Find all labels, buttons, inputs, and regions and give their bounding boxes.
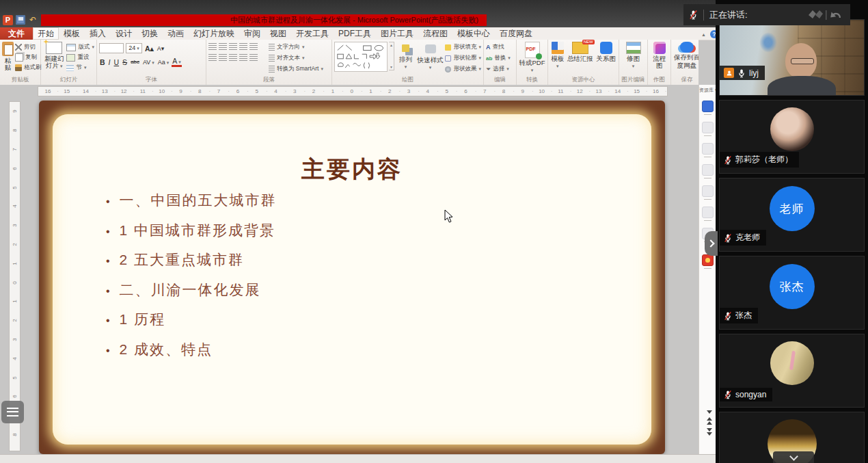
text-direction-button[interactable]: 文字方向 <box>269 43 323 51</box>
tab-开始[interactable]: 开始 <box>33 27 59 40</box>
powerpoint-logo[interactable]: P <box>3 15 13 25</box>
italic-button[interactable]: I <box>108 58 111 66</box>
resource-icon[interactable] <box>702 101 714 112</box>
collapse-ribbon-icon[interactable]: ▲ <box>700 31 707 38</box>
layout-button[interactable]: 版式 <box>66 43 94 51</box>
numbering-icon[interactable] <box>219 43 227 50</box>
select-button[interactable]: ⏷选择 <box>486 65 511 73</box>
new-slide-button[interactable]: 新建幻灯片 <box>43 42 65 70</box>
copy-button[interactable]: 复制 <box>15 53 42 62</box>
previous-slide-button[interactable] <box>707 417 712 425</box>
underline-button[interactable]: U <box>113 58 120 66</box>
tab-文件[interactable]: 文件 <box>0 27 33 40</box>
participant-tile-zhangjie[interactable]: 张杰 张杰 <box>719 256 865 330</box>
sidebar-collapse-button[interactable] <box>705 231 718 256</box>
flowchart-button[interactable]: 流程图 <box>650 42 668 70</box>
bullet-dot: • <box>106 285 111 297</box>
undo-icon[interactable] <box>28 15 38 25</box>
font-name-box[interactable] <box>99 43 124 53</box>
collapse-participants-button[interactable] <box>773 451 814 463</box>
align-text-button[interactable]: 对齐文本 <box>269 54 323 62</box>
relation-diagram-button[interactable]: 关系图 <box>596 42 616 62</box>
tab-流程图[interactable]: 流程图 <box>418 27 452 40</box>
ruler-tick: 2 <box>380 87 399 96</box>
tab-模板[interactable]: 模板 <box>59 27 85 40</box>
resource-icon[interactable] <box>702 185 714 197</box>
section-icon <box>66 65 74 71</box>
shape-fill-button[interactable]: 形状填充 <box>445 43 481 51</box>
resource-icon[interactable] <box>702 122 714 133</box>
change-case-button[interactable]: Aa <box>157 59 169 66</box>
bold-button[interactable]: B <box>99 58 106 66</box>
format-painter-button[interactable]: 格式刷 <box>15 64 42 72</box>
participant-tile-6[interactable] <box>719 412 865 463</box>
template-button[interactable]: 模板 <box>551 42 564 69</box>
tab-视图[interactable]: 视图 <box>265 27 291 40</box>
shape-gallery[interactable] <box>334 42 388 72</box>
tab-百度网盘[interactable]: 百度网盘 <box>495 27 537 40</box>
convert-smartart-button[interactable]: 转换为 SmartArt <box>269 65 323 73</box>
vertical-ruler[interactable]: 9876543210123456789 <box>9 101 21 451</box>
line-spacing-icon[interactable] <box>249 43 258 50</box>
save-to-baidu-button[interactable]: 保存到百 度网盘 <box>673 42 699 70</box>
grow-font-button[interactable]: A▴ <box>144 44 154 53</box>
tab-审阅[interactable]: 审阅 <box>239 27 265 40</box>
resource-icon[interactable] <box>702 143 714 155</box>
bullets-icon[interactable] <box>208 43 217 50</box>
shape-outline-button[interactable]: 形状轮廓 <box>445 54 481 62</box>
font-size-box[interactable]: 24 <box>126 43 142 53</box>
tab-PDF工具[interactable]: PDF工具 <box>334 27 376 40</box>
shrink-font-button[interactable]: A▾ <box>157 45 165 52</box>
annotation-list-button[interactable] <box>1 401 24 423</box>
align-left-icon[interactable] <box>208 54 217 61</box>
font-color-button[interactable]: A <box>172 57 181 67</box>
arrange-button[interactable]: 排列 <box>396 42 415 70</box>
clear-format-button[interactable]: abc <box>130 59 140 65</box>
cut-button[interactable]: 剪切 <box>15 43 42 51</box>
char-spacing-button[interactable]: AV <box>142 59 155 66</box>
align-right-icon[interactable] <box>229 54 237 61</box>
tab-设计[interactable]: 设计 <box>111 27 137 40</box>
save-icon[interactable] <box>16 15 25 25</box>
strikethrough-button[interactable]: S <box>122 58 128 66</box>
reset-button[interactable]: 重设 <box>66 53 94 62</box>
find-button[interactable]: A查找 <box>486 43 511 51</box>
tab-插入[interactable]: 插入 <box>85 27 111 40</box>
tab-动画[interactable]: 动画 <box>163 27 189 40</box>
resource-icon[interactable] <box>702 207 714 218</box>
shape-effects-button[interactable]: 形状效果 <box>445 65 481 73</box>
photo-edit-button[interactable]: 修图 <box>621 42 645 69</box>
tab-幻灯片放映[interactable]: 幻灯片放映 <box>189 27 239 40</box>
paste-button[interactable]: 粘贴 <box>2 42 14 72</box>
participant-tile-liyj[interactable]: liyj <box>719 19 865 96</box>
section-button[interactable]: 节 <box>66 64 94 72</box>
tab-切换[interactable]: 切换 <box>137 27 163 40</box>
tab-开发工具[interactable]: 开发工具 <box>291 27 334 40</box>
participant-tile-kelaoshi[interactable]: 老师 克老师 <box>719 178 865 252</box>
tab-图片工具[interactable]: 图片工具 <box>376 27 418 40</box>
shape-gallery-scroll[interactable]: ▲▼ <box>389 42 395 70</box>
meeting-toolbar-icons[interactable] <box>806 8 845 23</box>
horizontal-ruler[interactable]: 1615141312111098765432101234567891011121… <box>38 86 668 96</box>
scroll-down-icon[interactable] <box>707 410 712 414</box>
ruler-tick: 4 <box>418 87 437 96</box>
decrease-indent-icon[interactable] <box>229 43 237 50</box>
participant-tile-songyan[interactable]: songyan <box>719 334 865 408</box>
ruler-tick: 5 <box>437 87 457 96</box>
justify-icon[interactable] <box>239 54 247 61</box>
resource-library-label[interactable]: 资源库 <box>699 85 716 94</box>
replace-button[interactable]: ab替换 <box>486 54 511 62</box>
columns-icon[interactable] <box>249 54 258 61</box>
ruler-tick: 4 <box>267 87 286 96</box>
resource-icon[interactable] <box>702 164 714 176</box>
summary-report-button[interactable]: NEW 总结汇报 <box>567 42 593 62</box>
align-center-icon[interactable] <box>219 54 227 61</box>
slide-canvas[interactable]: 主要内容 •一、中国的五大城市群•1 中国城市群形成背景•2 五大重点城市群•二… <box>39 101 665 454</box>
red-packet-icon[interactable] <box>702 254 714 266</box>
increase-indent-icon[interactable] <box>239 43 247 50</box>
quick-styles-button[interactable]: 快速样式 <box>417 42 444 70</box>
tab-模板中心[interactable]: 模板中心 <box>452 27 495 40</box>
convert-pdf-button[interactable]: PDF 转成PDF <box>519 42 545 73</box>
participant-tile-guolisha[interactable]: 郭莉莎（老师） <box>719 100 865 174</box>
next-slide-button[interactable] <box>707 428 712 436</box>
